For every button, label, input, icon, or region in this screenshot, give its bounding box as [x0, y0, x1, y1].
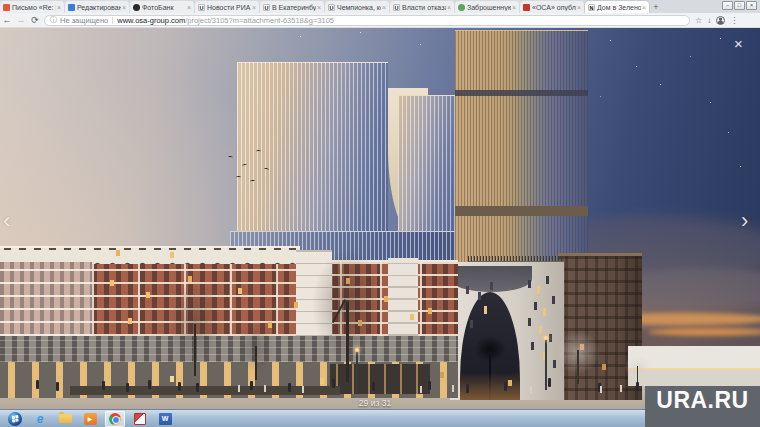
ura-favicon-icon: U — [263, 4, 270, 11]
taskbar-start-button[interactable] — [5, 411, 25, 427]
start-button-glyph — [8, 412, 22, 426]
bollards — [238, 385, 240, 392]
brick-building — [0, 246, 458, 398]
new-tab-button[interactable]: + — [650, 1, 662, 13]
tree — [238, 324, 274, 384]
arch-floor-glow — [460, 372, 520, 400]
tab-close-icon[interactable]: × — [447, 4, 451, 11]
tab-strip: Письмо «Re: Рено...×Редактирование н...×… — [0, 0, 760, 13]
tab-close-icon[interactable]: × — [187, 4, 191, 11]
watermark-plate: URA.RU — [645, 386, 760, 427]
toolbar-right: ☆ ↓ ⋮ — [695, 16, 738, 25]
profile-icon[interactable] — [716, 16, 725, 25]
tab-close-icon[interactable]: × — [382, 4, 386, 11]
tab-close-icon[interactable]: × — [317, 4, 321, 11]
screen: Письмо «Re: Рено...×Редактирование н...×… — [0, 0, 760, 427]
security-label: Не защищено — [60, 16, 108, 25]
street-lamp — [356, 350, 358, 390]
file-explorer-glyph — [59, 414, 72, 423]
tab-close-icon[interactable]: × — [642, 4, 646, 11]
viewer-close-icon[interactable]: × — [734, 36, 743, 51]
viewer-prev-arrow-icon[interactable]: ‹ — [3, 208, 10, 234]
address-divider — [112, 17, 113, 24]
maximize-button[interactable]: □ — [734, 1, 745, 10]
plaza-bench — [70, 386, 340, 395]
browser-tab[interactable]: UВласти отказалис...× — [390, 1, 454, 13]
brick-left-wing — [0, 262, 92, 336]
tab-title: Чемпионка, котор... — [337, 4, 381, 11]
chrome-glyph — [109, 413, 121, 425]
word-glyph: W — [159, 413, 172, 425]
taskbar-internet-explorer-icon[interactable]: e — [30, 411, 50, 427]
viewer-photo-counter: 29 из 31 — [330, 398, 420, 408]
ura-favicon-icon: U — [393, 4, 400, 11]
photo-viewer-glyph — [134, 413, 146, 425]
pedestrians — [36, 380, 39, 389]
url-host: www.osa-group.com — [117, 16, 185, 25]
browser-tab[interactable]: ФотоБанк× — [130, 1, 194, 13]
ura-favicon-icon: U — [328, 4, 335, 11]
tab-title: ФотоБанк — [142, 4, 186, 11]
browser-tab[interactable]: Редактирование н...× — [65, 1, 129, 13]
taskbar-photo-viewer-icon[interactable] — [130, 411, 150, 427]
edit-favicon-icon — [68, 4, 75, 11]
stone-band — [0, 336, 458, 362]
bird — [256, 150, 261, 153]
tab-close-icon[interactable]: × — [512, 4, 516, 11]
tab-title: Новости РИА URA... — [207, 4, 251, 11]
arch-building-windows — [528, 280, 531, 288]
menu-icon[interactable]: ⋮ — [730, 16, 738, 25]
viewer-next-arrow-icon[interactable]: › — [741, 208, 748, 234]
ura-favicon-icon: U — [198, 4, 205, 11]
download-icon[interactable]: ↓ — [707, 16, 711, 25]
tower-right-band — [455, 90, 588, 96]
minimize-button[interactable]: − — [722, 1, 733, 10]
tab-close-icon[interactable]: × — [252, 4, 256, 11]
tab-title: Власти отказалис... — [402, 4, 446, 11]
site-favicon-icon: N — [588, 4, 595, 11]
leaf-favicon-icon — [458, 4, 465, 11]
browser-tab[interactable]: UЧемпионка, котор...× — [325, 1, 389, 13]
reload-button[interactable]: ⟳ — [28, 15, 42, 25]
tab-title: В Екатеринбурге ... — [272, 4, 316, 11]
tab-title: Письмо «Re: Рено... — [12, 4, 56, 11]
tree — [624, 356, 652, 386]
photo-architectural-render: × ‹ › 29 из 31 — [0, 28, 760, 409]
page-info-icon[interactable]: ⓘ — [50, 15, 57, 25]
bird — [228, 156, 233, 160]
lit-windows — [110, 280, 114, 286]
internet-explorer-glyph: e — [37, 413, 44, 425]
browser-tab[interactable]: Письмо «Re: Рено...× — [0, 1, 64, 13]
taskbar-word-icon[interactable]: W — [155, 411, 175, 427]
forward-button[interactable]: → — [14, 15, 28, 25]
tab-close-icon[interactable]: × — [122, 4, 126, 11]
bookmark-star-icon[interactable]: ☆ — [695, 16, 702, 25]
tab-close-icon[interactable]: × — [57, 4, 61, 11]
stars — [300, 36, 301, 37]
browser-tab[interactable]: UНовости РИА URA...× — [195, 1, 259, 13]
browser-tab[interactable]: UВ Екатеринбурге ...× — [260, 1, 324, 13]
osa-favicon-icon — [523, 4, 530, 11]
bird — [236, 176, 241, 179]
tree — [556, 330, 600, 386]
taskbar-media-player-icon[interactable]: ▶ — [80, 411, 100, 427]
taskbar-chrome-icon[interactable] — [105, 411, 125, 427]
close-window-button[interactable]: × — [746, 1, 757, 10]
browser-tab[interactable]: NДом в Зеленой Ро...× — [585, 1, 649, 13]
address-bar[interactable]: ⓘ Не защищено www.osa-group.com /project… — [44, 15, 690, 26]
back-button[interactable]: ← — [0, 15, 14, 25]
street-lamp — [545, 338, 547, 390]
browser-tab[interactable]: «ОСА» опубликов...× — [520, 1, 584, 13]
sunset-cloud — [648, 328, 760, 336]
tower-right — [455, 30, 588, 282]
tab-title: «ОСА» опубликов... — [532, 4, 576, 11]
taskbar-file-explorer-icon[interactable] — [55, 411, 75, 427]
url-path: /project/3105?m=attachment-63518&g=3105 — [185, 16, 334, 25]
window-controls: − □ × — [722, 1, 757, 10]
browser-tab[interactable]: Заброшенную бол...× — [455, 1, 519, 13]
tree — [312, 250, 382, 386]
arch-opening — [460, 292, 520, 400]
tab-close-icon[interactable]: × — [577, 4, 581, 11]
tab-title: Заброшенную бол... — [467, 4, 511, 11]
photobank-favicon-icon — [133, 4, 140, 11]
